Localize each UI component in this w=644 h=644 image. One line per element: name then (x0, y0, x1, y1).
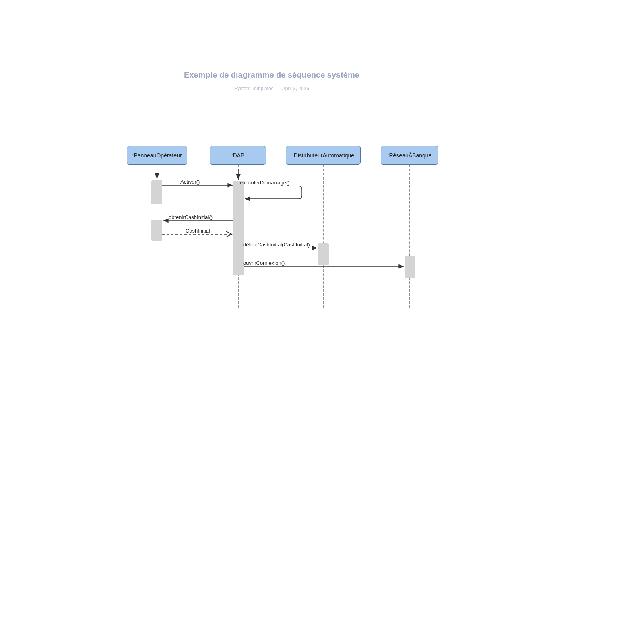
diagram-title: Exemple de diagramme de séquence système (173, 70, 370, 83)
msg-definir-cash-initial: définirCashInitial(CashInitial) (243, 242, 310, 248)
object-label: :DAB (231, 152, 245, 159)
activation-op-2[interactable] (151, 220, 162, 241)
diagram-date: April 3, 2025 (282, 86, 309, 91)
object-dab[interactable]: :DAB (210, 146, 266, 165)
diagram-author: System Templates (234, 86, 274, 91)
msg-obtenir-cash-initial: obtenirCashInitial() (169, 214, 213, 220)
lifeline-reseau-banque (409, 165, 410, 308)
diagram-subtitle: System Templates April 3, 2025 (173, 86, 370, 91)
object-reseau-banque[interactable]: :RéseauÀBanque (381, 146, 438, 165)
msg-ouvrir-connexion: ouvrirConnexion() (243, 260, 285, 266)
msg-activer: Activer() (180, 179, 200, 185)
subtitle-divider (278, 86, 278, 91)
object-panneau-operateur[interactable]: :PanneauOpérateur (127, 146, 187, 165)
msg-executer-demarrage: exécuterDémarrage() (240, 180, 290, 186)
object-label: :RéseauÀBanque (388, 152, 432, 159)
title-underline (173, 83, 370, 83)
activation-dab[interactable] (233, 181, 244, 275)
diagram-header: Exemple de diagramme de séquence système… (173, 70, 370, 91)
object-label: :DistributeurAutomatique (292, 152, 354, 159)
msg-cash-initial: CashInitial (186, 228, 210, 234)
lifeline-distributeur-automatique (323, 165, 324, 308)
activation-rb[interactable] (405, 256, 415, 278)
object-label: :PanneauOpérateur (132, 152, 182, 159)
activation-da[interactable] (318, 243, 329, 265)
object-distributeur-automatique[interactable]: :DistributeurAutomatique (286, 146, 361, 165)
activation-op-1[interactable] (151, 180, 162, 204)
arrows-layer (0, 0, 644, 644)
